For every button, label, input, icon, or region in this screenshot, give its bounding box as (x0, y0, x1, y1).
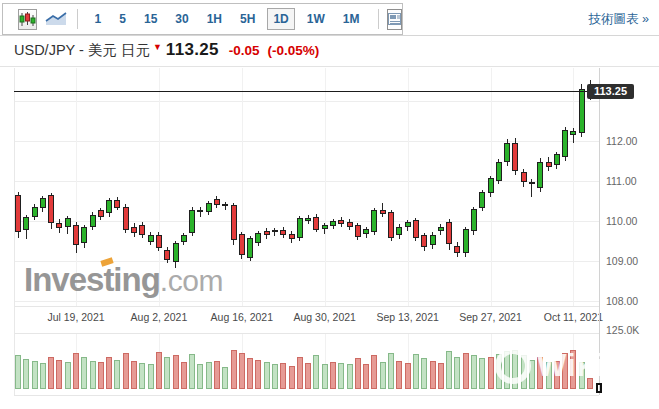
volume-bar (206, 362, 212, 389)
candle (148, 235, 154, 242)
x-axis-label: Aug 2, 2021 (123, 311, 195, 323)
price-pane-bottom-border (14, 306, 599, 307)
timeframe-button-5h[interactable]: 5H (234, 8, 261, 30)
volume-bar (313, 355, 319, 389)
price-down-triangle-icon: ▼ (153, 42, 162, 52)
volume-bar (106, 357, 112, 389)
timeframe-button-5[interactable]: 5 (113, 8, 132, 30)
investing-watermark-suffix: .com (160, 264, 223, 297)
volume-bar (430, 361, 436, 389)
volume-bar (139, 363, 145, 389)
date-gridline (573, 68, 574, 306)
volume-bar (479, 358, 485, 389)
candle (222, 204, 228, 206)
y-axis-label: 111.00 (606, 175, 637, 187)
timeframe-button-15[interactable]: 15 (138, 8, 163, 30)
volume-bar (529, 360, 535, 389)
candle (570, 131, 576, 135)
timeframe-button-1h[interactable]: 1H (201, 8, 228, 30)
volume-bar (388, 353, 394, 389)
candle (313, 217, 319, 230)
candle (65, 218, 71, 227)
candlestick-chart-type-button[interactable] (18, 9, 37, 30)
investing-watermark: Investing.com (24, 261, 223, 299)
chart-toolbar: 1515301H5H1D1W1M (2, 3, 403, 35)
volume-bar (264, 362, 270, 389)
volume-bar (131, 361, 137, 389)
candle (81, 227, 87, 243)
last-price-line (14, 91, 587, 92)
candle (446, 222, 452, 244)
volume-bar (421, 358, 427, 389)
volume-axis-label: 125.0K (606, 324, 639, 336)
timeframe-button-1w[interactable]: 1W (301, 8, 331, 30)
candle (488, 178, 494, 193)
y-axis-label: 110.00 (606, 215, 637, 227)
volume-bar (40, 363, 46, 389)
volume-bar (570, 350, 576, 389)
volume-bar (98, 362, 104, 389)
candle (388, 212, 394, 238)
volume-bar (537, 357, 543, 389)
candle (338, 220, 344, 224)
technical-chart-link[interactable]: 技術圖表 » (589, 11, 649, 28)
candle (471, 209, 477, 231)
instrument-header: USD/JPY - 美元 日元 ▼ 113.25 -0.05 (-0.05%) (14, 40, 654, 65)
timeframe-button-30[interactable]: 30 (169, 8, 194, 30)
quote-panel-button[interactable] (387, 9, 402, 30)
candle (197, 210, 203, 212)
volume-bar (347, 364, 353, 389)
volume-bar (32, 361, 38, 389)
volume-bar (396, 361, 402, 389)
candle (139, 225, 145, 235)
candle (521, 172, 527, 182)
candlestick-icon (19, 12, 36, 27)
price-gridline (14, 301, 599, 302)
volume-bar (272, 364, 278, 389)
quote-chart-widget: 1515301H5H1D1W1M 技術圖表 » USD/JPY - 美元 日元 … (0, 0, 659, 409)
volume-bar (148, 364, 154, 389)
volume-bar (56, 360, 62, 389)
technical-chart-label: 技術圖表 (589, 12, 639, 26)
volume-bar (239, 353, 245, 389)
volume-bar (371, 355, 377, 389)
candle (173, 243, 179, 262)
volume-bar (222, 367, 228, 389)
line-chart-type-button[interactable] (45, 9, 67, 30)
timeframe-button-1m[interactable]: 1M (337, 8, 366, 30)
candle (297, 218, 303, 238)
volume-bar (156, 352, 162, 389)
date-gridline (242, 68, 243, 306)
volume-bar (413, 354, 419, 389)
toolbar-divider (378, 9, 379, 29)
candle (98, 210, 104, 217)
timeframe-button-1[interactable]: 1 (89, 8, 108, 30)
volume-bar (363, 364, 369, 389)
volume-bar (197, 364, 203, 389)
volume-bar (164, 357, 170, 389)
price-gridline (14, 141, 599, 142)
toolbar-divider (77, 9, 78, 29)
candle (48, 195, 54, 223)
candle (32, 207, 38, 217)
candle (554, 154, 560, 165)
volume-bar (355, 358, 361, 389)
volume-bar (173, 355, 179, 389)
candle (529, 182, 535, 184)
volume-bar (454, 357, 460, 389)
candle (73, 225, 79, 245)
volume-bar (255, 360, 261, 389)
candlestick-chart[interactable]: 112.00111.00110.00109.00108.00Jul 19, 20… (0, 67, 659, 409)
date-gridline (325, 68, 326, 306)
volume-bar (504, 351, 510, 389)
volume-bar (123, 353, 129, 389)
candle (280, 230, 286, 235)
x-axis-label: Aug 16, 2021 (206, 311, 278, 323)
price-gridline (14, 101, 599, 102)
timeframe-button-1d[interactable]: 1D (267, 8, 294, 30)
candle (479, 192, 485, 208)
candle (247, 238, 253, 258)
candle (463, 229, 469, 253)
volume-bar (297, 357, 303, 389)
candle (181, 235, 187, 242)
